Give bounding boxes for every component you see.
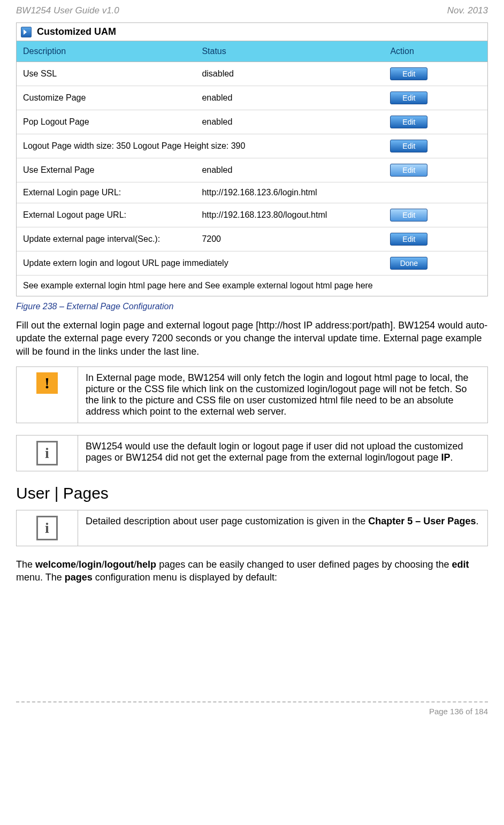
table-row: Use SSL disabled Edit — [17, 62, 487, 86]
table-row: Customize Page enabled Edit — [17, 86, 487, 110]
table-row: Use External Page enabled Edit — [17, 158, 487, 182]
figure-caption: Figure 238 – External Page Configuration — [16, 302, 488, 311]
info-icon: i — [36, 516, 58, 540]
cell-desc: Logout Page width size: 350 Logout Page … — [17, 134, 384, 158]
table-row: External Login page URL: http://192.168.… — [17, 182, 487, 203]
cell-status: 7200 — [195, 227, 384, 251]
cell-status: enabled — [195, 86, 384, 110]
note-text: In External page mode, BW1254 will only … — [78, 366, 488, 423]
edit-button[interactable]: Edit — [390, 91, 427, 104]
note-text: BW1254 would use the default login or lo… — [78, 435, 488, 471]
warning-icon: ! — [36, 372, 58, 394]
info-note: i BW1254 would use the default login or … — [16, 435, 488, 471]
cell-desc: Customize Page — [17, 86, 195, 110]
page-header: BW1254 User Guide v1.0 Nov. 2013 — [16, 0, 488, 22]
table-row: External Logout page URL: http://192.168… — [17, 203, 487, 227]
edit-button[interactable]: Edit — [390, 164, 427, 177]
cell-desc: See example external login html page her… — [17, 276, 487, 296]
table-header-row: Description Status Action — [17, 41, 487, 62]
table-row: See example external login html page her… — [17, 276, 487, 296]
paragraph: Fill out the external login page and ext… — [16, 319, 488, 358]
warning-note: ! In External page mode, BW1254 will onl… — [16, 366, 488, 423]
panel-title-bar: Customized UAM — [17, 23, 487, 41]
paragraph: The welcome/login/logout/help pages can … — [16, 558, 488, 584]
edit-button[interactable]: Edit — [390, 140, 427, 152]
edit-button[interactable]: Edit — [390, 233, 427, 246]
cell-desc: Use External Page — [17, 158, 195, 182]
note-text: Detailed description about user page cus… — [78, 510, 488, 546]
arrow-right-icon — [21, 27, 32, 37]
edit-button[interactable]: Edit — [390, 67, 427, 80]
cell-desc: Update extern login and logout URL page … — [17, 251, 384, 276]
col-description: Description — [17, 41, 195, 62]
cell-status: enabled — [195, 110, 384, 134]
edit-button[interactable]: Edit — [390, 209, 427, 221]
doc-date: Nov. 2013 — [447, 5, 488, 16]
table-row: Update extern login and logout URL page … — [17, 251, 487, 276]
cell-desc: Update external page interval(Sec.): — [17, 227, 195, 251]
panel-title-text: Customized UAM — [37, 26, 116, 37]
cell-status: http://192.168.123.6/login.html — [195, 182, 384, 203]
edit-button[interactable]: Edit — [390, 116, 427, 128]
cell-desc: External Logout page URL: — [17, 203, 195, 227]
done-button[interactable]: Done — [390, 257, 427, 270]
cell-desc: Pop Logout Page — [17, 110, 195, 134]
page-footer: Page 136 of 184 — [16, 702, 488, 724]
info-note: i Detailed description about user page c… — [16, 510, 488, 546]
table-row: Update external page interval(Sec.): 720… — [17, 227, 487, 251]
cell-status: disabled — [195, 62, 384, 86]
cell-desc: Use SSL — [17, 62, 195, 86]
customized-uam-panel: Customized UAM Description Status Action… — [16, 22, 488, 296]
cell-desc: External Login page URL: — [17, 182, 195, 203]
info-icon: i — [36, 441, 58, 465]
col-status: Status — [195, 41, 384, 62]
uam-table: Description Status Action Use SSL disabl… — [17, 41, 487, 296]
doc-title: BW1254 User Guide v1.0 — [16, 5, 119, 16]
col-action: Action — [384, 41, 487, 62]
section-heading: User | Pages — [16, 484, 488, 502]
table-row: Logout Page width size: 350 Logout Page … — [17, 134, 487, 158]
cell-status: enabled — [195, 158, 384, 182]
table-row: Pop Logout Page enabled Edit — [17, 110, 487, 134]
cell-status: http://192.168.123.80/logout.html — [195, 203, 384, 227]
